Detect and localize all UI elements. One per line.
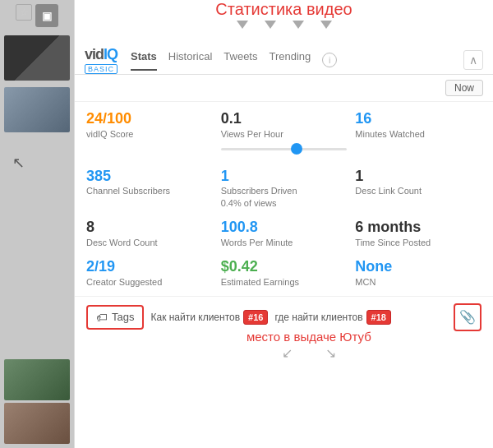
stats-grid: 24/100 vidIQ Score 0.1 Views Per Hour 16…	[75, 102, 493, 296]
stat-label-minutes: Minutes Watched	[355, 128, 481, 140]
main-panel: Статистика видео vidIQ BASIC Stats H	[74, 0, 493, 448]
stat-subs-driven: 1 Subscribers Driven 0.4% of views	[221, 168, 348, 209]
vph-gauge	[221, 142, 348, 155]
title-annotation: Статистика видео	[153, 0, 416, 29]
stat-wpm: 100.8 Words Per Minute	[221, 219, 348, 248]
tag-text-2: где найти клиентов	[274, 312, 362, 323]
tab-tweets[interactable]: Tweets	[223, 50, 257, 71]
star-icon[interactable]: ☆	[16, 4, 32, 21]
tab-historical[interactable]: Historical	[168, 50, 212, 71]
cursor-area: ↖	[0, 137, 74, 356]
vidiq-logo: vidIQ BASIC	[85, 46, 117, 74]
vidiq-logo-text: vidIQ	[85, 46, 117, 63]
stat-sublabel-subs-driven: 0.4% of views	[221, 197, 348, 209]
tags-label: Tags	[112, 311, 134, 323]
arrow-4	[320, 21, 332, 29]
stat-creator-suggested: 2/19 Creator Suggested	[86, 258, 213, 288]
vph-track	[221, 148, 348, 150]
avatar-1	[4, 359, 70, 400]
logo-vid: vid	[85, 46, 104, 62]
stat-earnings: $0.42 Estimated Earnings	[221, 258, 348, 288]
app-container: ☆ ▣ ↖ Статистика видео	[0, 0, 493, 448]
stat-value-desc-link: 1	[355, 168, 481, 186]
stat-value-vph: 0.1	[221, 110, 348, 128]
bottom-annotation: место в выдаче Ютуб ↙ ↘	[246, 330, 371, 361]
cursor-icon: ↖	[12, 154, 25, 172]
arrow-2	[265, 21, 276, 29]
panel-header: vidIQ BASIC Stats Historical Tweets Tren…	[75, 39, 493, 75]
stat-desc-link: 1 Desc Link Count	[355, 168, 481, 209]
stat-channel-subs: 385 Channel Subscribers	[86, 168, 213, 209]
stat-label-creator: Creator Suggested	[86, 276, 213, 288]
tag-icon: 🏷	[96, 311, 108, 324]
stat-value-earnings: $0.42	[221, 258, 348, 276]
stat-label-wpm: Words Per Minute	[221, 237, 348, 248]
thumbnail-1	[4, 35, 70, 81]
timeline-bar: Now	[75, 75, 493, 102]
stat-value-desc-word: 8	[86, 219, 213, 237]
arrow-3	[293, 21, 304, 29]
tags-section: 🏷 Tags Как найти клиентов #16 где найти …	[75, 296, 493, 338]
vph-dot	[291, 143, 302, 155]
tag-rank-2: #18	[366, 310, 391, 325]
stat-label-vph: Views Per Hour	[221, 128, 348, 140]
basic-badge: BASIC	[85, 64, 117, 74]
stat-value-vidiq-score: 24/100	[86, 110, 213, 128]
arrow-1	[237, 21, 248, 29]
stat-label-time-posted: Time Since Posted	[355, 237, 481, 248]
stat-label-channel-subs: Channel Subscribers	[86, 185, 213, 196]
header-row: vidIQ BASIC Stats Historical Tweets Tren…	[85, 46, 483, 74]
tag-rank-1: #16	[243, 310, 268, 325]
stat-label-desc-link: Desc Link Count	[355, 185, 481, 196]
logo-iq: IQ	[104, 46, 117, 62]
collapse-button[interactable]: ∧	[463, 50, 483, 70]
stat-desc-word: 8 Desc Word Count	[86, 219, 213, 248]
bottom-annotation-text: место в выдаче Ютуб	[246, 330, 371, 344]
tab-trending[interactable]: Trending	[269, 50, 311, 71]
stat-label-vidiq-score: vidIQ Score	[86, 128, 213, 140]
sidebar-avatars	[4, 359, 70, 444]
stat-views-per-hour: 0.1 Views Per Hour	[221, 110, 348, 158]
stat-label-subs-driven: Subscribers Driven	[221, 185, 348, 196]
avatar-2	[4, 403, 70, 444]
tags-button[interactable]: 🏷 Tags	[86, 305, 144, 330]
sidebar-icon-box[interactable]: ▣	[35, 4, 58, 27]
thumbnail-2	[4, 87, 70, 132]
nav-tabs: Stats Historical Tweets Trending i	[131, 50, 450, 71]
info-icon[interactable]: i	[322, 53, 337, 67]
tag-chip-1: Как найти клиентов #16	[150, 310, 268, 325]
stat-time-posted: 6 months Time Since Posted	[355, 219, 481, 248]
stat-minutes-watched: 16 Minutes Watched	[355, 110, 481, 158]
stat-value-channel-subs: 385	[86, 168, 213, 186]
title-arrows	[153, 21, 416, 29]
stat-label-desc-word: Desc Word Count	[86, 237, 213, 248]
stat-label-mcn: MCN	[355, 276, 481, 288]
tag-chip-2: где найти клиентов #18	[274, 310, 391, 325]
title-text: Статистика видео	[153, 0, 416, 19]
stat-value-creator: 2/19	[86, 258, 213, 276]
tags-row: 🏷 Tags Как найти клиентов #16 где найти …	[86, 303, 481, 331]
stat-value-minutes: 16	[355, 110, 481, 128]
attachment-button[interactable]: 📎	[454, 303, 481, 331]
sidebar-icon-label: ▣	[42, 10, 52, 22]
sidebar-top-icons: ☆ ▣	[16, 4, 58, 27]
stat-label-earnings: Estimated Earnings	[221, 276, 348, 288]
now-button[interactable]: Now	[445, 80, 483, 96]
stat-value-subs-driven: 1	[221, 168, 348, 186]
tag-text-1: Как найти клиентов	[150, 312, 240, 323]
stat-mcn: None MCN	[355, 258, 481, 288]
stat-value-wpm: 100.8	[221, 219, 348, 237]
stat-vidiq-score: 24/100 vidIQ Score	[86, 110, 213, 158]
stat-value-mcn: None	[355, 258, 481, 276]
left-sidebar: ☆ ▣ ↖	[0, 0, 74, 448]
tab-stats[interactable]: Stats	[131, 50, 157, 71]
stat-value-time-posted: 6 months	[355, 219, 481, 237]
